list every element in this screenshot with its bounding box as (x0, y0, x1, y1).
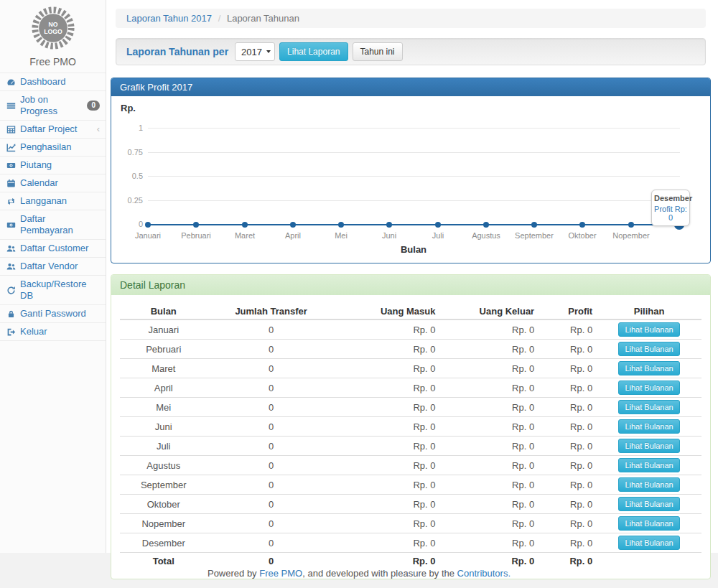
svg-text:LOGO: LOGO (44, 28, 62, 35)
col-header-keluar: Uang Keluar (439, 304, 538, 319)
sidebar-item-piutang[interactable]: Piutang (0, 157, 106, 174)
sidebar-item-daftar-project[interactable]: Daftar Project ‹ (0, 121, 106, 139)
cell-keluar: Rp. 0 (439, 475, 538, 495)
x-tick-label: Mei (316, 231, 366, 240)
table-total-row: Total 0 Rp. 0 Rp. 0 Rp. 0 (120, 553, 701, 570)
lihat-bulanan-button[interactable]: Lihat Bulanan (618, 516, 679, 531)
sidebar-item-ganti-password[interactable]: Ganti Password (0, 305, 106, 323)
lihat-bulanan-button[interactable]: Lihat Bulanan (618, 477, 679, 492)
lihat-bulanan-button[interactable]: Lihat Bulanan (618, 497, 679, 511)
sidebar-menu: Dashboard Job on Progress 0 Daftar Proje… (0, 73, 106, 341)
sidebar-item-dashboard[interactable]: Dashboard (0, 73, 106, 91)
detail-panel-body: Bulan Jumlah Transfer Uang Masuk Uang Ke… (111, 295, 710, 579)
cell-masuk: Rp. 0 (335, 417, 440, 437)
sidebar-item-daftar-vendor[interactable]: Daftar Vendor (0, 258, 106, 276)
cell-bulan: Mei (120, 398, 208, 417)
y-tick-label: 1 (111, 123, 143, 132)
table-row: September 0 Rp. 0 Rp. 0 Rp. 0 Lihat Bula… (120, 475, 701, 495)
lihat-laporan-button[interactable]: Lihat Laporan (279, 42, 348, 61)
table-row: Desember 0 Rp. 0 Rp. 0 Rp. 0 Lihat Bulan… (120, 533, 701, 553)
footer-contributors-link[interactable]: Contributors. (457, 568, 510, 579)
cell-transfer: 0 (208, 359, 335, 378)
sidebar-item-langganan[interactable]: Langganan (0, 192, 106, 210)
sidebar-item-label: Langganan (20, 195, 67, 207)
chart-point-pebruari[interactable] (193, 222, 199, 228)
cell-keluar: Rp. 0 (439, 533, 538, 553)
sidebar-item-label: Keluar (20, 326, 47, 337)
chart-point-juni[interactable] (386, 222, 392, 228)
sidebar-item-daftar-customer[interactable]: Daftar Customer (0, 240, 106, 258)
profit-line-chart: Rp. 1 0.75 0.5 0.25 0 (111, 96, 710, 263)
cell-transfer: 0 (208, 514, 335, 533)
lihat-bulanan-button[interactable]: Lihat Bulanan (618, 381, 679, 395)
cell-masuk: Rp. 0 (335, 359, 440, 378)
chart-point-maret[interactable] (242, 222, 248, 228)
cell-profit: Rp. 0 (538, 417, 597, 437)
cell-masuk: Rp. 0 (335, 495, 440, 514)
sidebar-item-backup-restore-db[interactable]: Backup/Restore DB (0, 276, 106, 305)
users-icon (6, 244, 16, 253)
report-filter-bar: Laporan Tahunan per 2017 Lihat Laporan T… (116, 38, 706, 65)
cell-keluar: Rp. 0 (439, 340, 538, 359)
sidebar-item-daftar-pembayaran[interactable]: Daftar Pembayaran (0, 210, 106, 240)
chart-point-oktober[interactable] (579, 222, 585, 228)
lihat-bulanan-button[interactable]: Lihat Bulanan (618, 400, 679, 414)
cell-keluar: Rp. 0 (439, 319, 538, 340)
chart-point-september[interactable] (531, 222, 537, 228)
table-row: Januari 0 Rp. 0 Rp. 0 Rp. 0 Lihat Bulana… (120, 319, 701, 340)
breadcrumb-divider: / (218, 13, 221, 24)
chart-point-nopember[interactable] (628, 222, 634, 228)
cell-keluar: Rp. 0 (439, 514, 538, 533)
x-tick-label: Juli (413, 231, 463, 240)
cell-transfer: 0 (208, 456, 335, 475)
no-logo-badge: NO LOGO (31, 6, 75, 50)
table-icon (6, 125, 16, 134)
lihat-bulanan-button[interactable]: Lihat Bulanan (618, 458, 679, 472)
col-header-profit: Profit (538, 304, 597, 319)
sidebar-item-label: Job on Progress (20, 94, 83, 117)
lihat-bulanan-button[interactable]: Lihat Bulanan (618, 322, 679, 337)
retweet-icon (6, 197, 16, 206)
lihat-bulanan-button[interactable]: Lihat Bulanan (618, 419, 679, 434)
x-tick-label: Agustus (461, 231, 511, 240)
col-header-pilihan: Pilihan (597, 304, 701, 319)
main-content: Laporan Tahun 2017 / Laporan Tahunan Lap… (106, 0, 718, 553)
lihat-bulanan-button[interactable]: Lihat Bulanan (618, 361, 679, 375)
cell-bulan: Juni (120, 417, 208, 437)
lihat-bulanan-button[interactable]: Lihat Bulanan (618, 342, 679, 356)
chart-gridline (148, 176, 680, 177)
lihat-bulanan-button[interactable]: Lihat Bulanan (618, 536, 679, 550)
col-header-transfer: Jumlah Transfer (208, 304, 335, 319)
profit-series-line (148, 224, 679, 225)
chart-point-april[interactable] (290, 222, 296, 228)
cell-masuk: Rp. 0 (335, 437, 440, 456)
footer-brand-link[interactable]: Free PMO (259, 568, 302, 579)
tahun-ini-button[interactable]: Tahun ini (353, 42, 403, 61)
sidebar-item-label: Penghasilan (20, 141, 72, 153)
cell-keluar: Rp. 0 (439, 437, 538, 456)
sidebar-item-penghasilan[interactable]: Penghasilan (0, 139, 106, 157)
footer-text: , and developed with pleasure by the (302, 568, 454, 579)
y-axis-title: Rp. (121, 103, 136, 113)
sidebar-item-calendar[interactable]: Calendar (0, 174, 106, 192)
chart-point-agustus[interactable] (483, 222, 489, 228)
total-masuk: Rp. 0 (335, 553, 440, 570)
chart-point-januari[interactable] (145, 222, 151, 228)
cell-bulan: Januari (120, 319, 208, 340)
cell-masuk: Rp. 0 (335, 514, 440, 533)
cell-transfer: 0 (208, 475, 335, 495)
chart-point-mei[interactable] (338, 222, 344, 228)
cell-bulan: Nopember (120, 514, 208, 533)
year-select[interactable]: 2017 (235, 42, 275, 61)
lock-icon (6, 309, 16, 319)
sidebar-item-job-on-progress[interactable]: Job on Progress 0 (0, 91, 106, 121)
breadcrumb-link[interactable]: Laporan Tahun 2017 (126, 13, 212, 24)
x-tick-label: Nopember (606, 231, 656, 240)
sidebar-item-keluar[interactable]: Keluar (0, 323, 106, 341)
chart-point-juli[interactable] (435, 222, 441, 228)
cell-keluar: Rp. 0 (439, 495, 538, 514)
cell-keluar: Rp. 0 (439, 378, 538, 398)
y-tick-label: 0.5 (111, 172, 143, 180)
cell-transfer: 0 (208, 533, 335, 553)
lihat-bulanan-button[interactable]: Lihat Bulanan (618, 439, 679, 453)
